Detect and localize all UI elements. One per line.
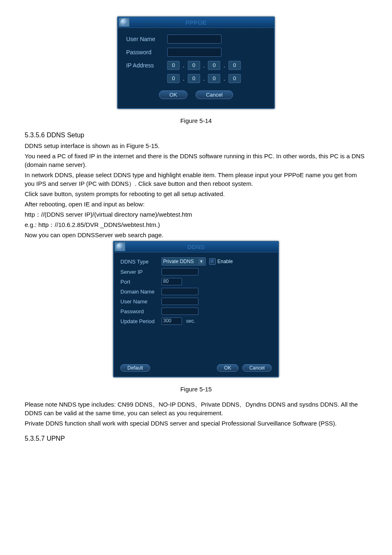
cancel-button[interactable]: Cancel <box>242 364 272 372</box>
ip1-octet-2[interactable]: 0 <box>208 61 220 70</box>
ok-button[interactable]: OK <box>217 364 238 372</box>
para: Please note NNDS type includes: CN99 DDN… <box>25 400 367 417</box>
ddns-title: DDNS <box>187 243 205 250</box>
port-label: Port <box>120 279 161 285</box>
section-5-3-5-6-heading: 5.3.5.6 DDNS Setup <box>25 132 367 139</box>
window-icon <box>119 18 129 27</box>
password-input[interactable] <box>167 48 221 57</box>
figure-5-15-caption: Figure 5-15 <box>25 386 367 393</box>
ddns-type-dropdown[interactable]: Private DDNS ▼ <box>161 257 206 266</box>
update-period-input[interactable]: 300 <box>161 317 182 325</box>
globe-icon <box>116 243 124 251</box>
default-button[interactable]: Default <box>120 364 150 372</box>
server-ip-label: Server IP <box>120 269 161 275</box>
ip-row-2: 0. 0. 0. 0 <box>167 74 241 83</box>
para: In network DDNS, please select DDNS type… <box>25 171 367 188</box>
enable-label: Enable <box>217 259 233 264</box>
enable-checkbox[interactable] <box>209 258 216 265</box>
chevron-down-icon: ▼ <box>198 259 204 264</box>
ip1-octet-1[interactable]: 0 <box>188 61 200 70</box>
update-period-label: Update Period <box>120 318 161 324</box>
pppoe-title: PPPOE <box>185 19 207 26</box>
user-name-input[interactable] <box>167 35 221 44</box>
para: Click save button, system prompts for re… <box>25 190 367 198</box>
port-input[interactable]: 80 <box>161 278 182 285</box>
para: DDNS setup interface is shown as in Figu… <box>25 141 367 150</box>
domain-name-input[interactable] <box>161 288 198 295</box>
pppoe-dialog: PPPOE User Name Password IP Address 0. 0… <box>117 16 275 109</box>
cancel-button[interactable]: Cancel <box>196 90 233 99</box>
ddns-title-bar: DDNS <box>114 242 278 252</box>
user-name-label: User Name <box>120 298 161 305</box>
para: http：//(DDNS server IP)/(virtual directo… <box>25 210 367 219</box>
server-ip-input[interactable] <box>161 268 198 275</box>
ip2-octet-1[interactable]: 0 <box>188 74 200 83</box>
ip2-octet-3[interactable]: 0 <box>228 74 241 83</box>
ddns-type-value: Private DDNS <box>163 259 194 264</box>
domain-name-label: Domain Name <box>120 289 161 295</box>
ddns-dialog: DDNS DDNS Type Private DDNS ▼ Enable Ser… <box>113 241 279 377</box>
password-input[interactable] <box>161 308 198 315</box>
pppoe-title-bar: PPPOE <box>118 17 274 28</box>
ddns-body: DDNS Type Private DDNS ▼ Enable Server I… <box>114 252 278 377</box>
ddns-type-label: DDNS Type <box>120 259 161 265</box>
ok-button[interactable]: OK <box>159 90 187 99</box>
ip2-octet-0[interactable]: 0 <box>167 74 180 83</box>
para: e.g.: http：//10.6.2.85/DVR _DDNS/webtest… <box>25 220 367 229</box>
ip1-octet-0[interactable]: 0 <box>167 61 180 70</box>
user-name-label: User Name <box>126 36 167 42</box>
figure-5-14-caption: Figure 5-14 <box>25 117 367 124</box>
sec-label: sec. <box>186 318 195 324</box>
window-icon <box>115 242 125 251</box>
password-label: Password <box>126 49 167 56</box>
para: Private DDNS function shall work with sp… <box>25 419 367 428</box>
pppoe-body: User Name Password IP Address 0. 0. 0. 0… <box>118 28 274 108</box>
globe-icon <box>120 18 128 26</box>
ip2-octet-2[interactable]: 0 <box>208 74 220 83</box>
para: After rebooting, open IE and input as be… <box>25 200 367 208</box>
para: You need a PC of fixed IP in the interne… <box>25 152 367 169</box>
para: Now you can open DDNSServer web search p… <box>25 231 367 239</box>
section-5-3-5-7-heading: 5.3.5.7 UPNP <box>25 435 367 442</box>
ip1-octet-3[interactable]: 0 <box>228 61 241 70</box>
ip-address-label: IP Address <box>126 62 167 69</box>
password-label: Password <box>120 308 161 314</box>
user-name-input[interactable] <box>161 298 198 305</box>
ip-row-1: 0. 0. 0. 0 <box>167 61 241 70</box>
